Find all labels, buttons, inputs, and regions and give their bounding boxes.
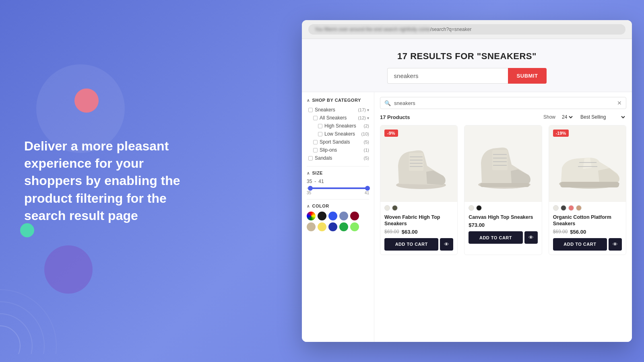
color-option-3-3[interactable] xyxy=(568,205,574,211)
size-label-min: 35 xyxy=(307,191,311,195)
checkbox-high-sneakers[interactable] xyxy=(318,124,322,128)
range-thumb-left[interactable] xyxy=(308,186,313,191)
category-section-header[interactable]: ∧ SHOP BY CATEGORY xyxy=(307,98,369,103)
filter-label-sport-sandals: Sport Sandals xyxy=(320,139,350,145)
size-max-value: 41 xyxy=(318,179,324,184)
color-option-1-1[interactable] xyxy=(384,205,390,211)
product-actions-3: ADD TO CART 👁 xyxy=(553,238,622,251)
color-section-header[interactable]: ∧ COLOR xyxy=(307,204,369,208)
product-shoe-svg-1 xyxy=(387,138,451,190)
product-actions-2: ADD TO CART 👁 xyxy=(469,231,537,244)
show-select[interactable]: 24 12 48 xyxy=(560,114,574,120)
svg-rect-5 xyxy=(409,153,423,171)
color-swatch-green[interactable] xyxy=(339,222,348,231)
clear-icon[interactable]: ✕ xyxy=(617,100,622,106)
color-swatch-dark-red[interactable] xyxy=(350,212,359,220)
product-image-2 xyxy=(464,125,541,202)
submit-button[interactable]: SUBMIT xyxy=(508,68,547,84)
price-old-1: $69.00 xyxy=(384,229,399,234)
filter-slip-ons[interactable]: Slip-ons (1) xyxy=(307,146,369,154)
divider-1 xyxy=(307,166,369,167)
checkbox-sneakers[interactable] xyxy=(308,108,313,112)
color-swatch-yellow[interactable] xyxy=(318,222,326,231)
chevron-icon: ∧ xyxy=(307,98,310,103)
product-shoe-svg-2 xyxy=(471,138,535,190)
filter-label-low-sneakers: Low Sneakers xyxy=(324,131,355,137)
filter-label-sneakers: Sneakers xyxy=(315,107,335,113)
checkbox-sandals[interactable] xyxy=(308,156,313,160)
color-swatch-multicolor[interactable] xyxy=(307,212,316,220)
filter-sneakers[interactable]: Sneakers (17) ▾ xyxy=(307,106,369,114)
checkbox-slip-ons[interactable] xyxy=(313,148,318,152)
size-range-display: 35 - 41 xyxy=(307,179,369,184)
sidebar: ∧ SHOP BY CATEGORY Sneakers (17) ▾ All S… xyxy=(302,92,374,342)
product-colors-2 xyxy=(464,202,541,212)
product-name-1: Woven Fabric High Top Sneakers xyxy=(384,214,453,227)
product-image-1: -9% xyxy=(380,125,457,202)
color-swatch-light-green[interactable] xyxy=(350,222,359,231)
search-header: 17 RESULTS FOR "SNEAKERS" SUBMIT xyxy=(302,39,632,92)
color-option-3-1[interactable] xyxy=(553,205,559,211)
filter-sandals[interactable]: Sandals (5) xyxy=(307,154,369,162)
size-range-fill xyxy=(310,187,369,189)
product-card-1: -9% xyxy=(380,125,458,255)
color-swatch-dark-blue[interactable] xyxy=(328,222,337,231)
filter-all-sneakers[interactable]: All Sneakers (12) ▾ xyxy=(307,114,369,122)
filter-sport-sandals[interactable]: Sport Sandals (5) xyxy=(307,138,369,146)
hero-text: Deliver a more pleasant experience for y… xyxy=(24,138,197,224)
quick-view-2[interactable]: 👁 xyxy=(524,231,538,244)
svg-rect-16 xyxy=(480,183,529,187)
quick-view-1[interactable]: 👁 xyxy=(440,238,453,251)
filter-count-slip-ons: (1) xyxy=(364,148,369,152)
product-image-3: -19% xyxy=(549,125,626,202)
product-info-1: Woven Fabric High Top Sneakers $69.00 $6… xyxy=(380,212,457,255)
filter-count-high-sneakers: (2) xyxy=(364,123,369,128)
color-option-3-2[interactable] xyxy=(561,205,566,211)
main-search-input[interactable] xyxy=(387,68,508,84)
filter-count-sneakers: (17) ▾ xyxy=(358,107,369,112)
checkbox-low-sneakers[interactable] xyxy=(318,132,322,136)
color-swatch-blue[interactable] xyxy=(328,212,337,220)
product-prices-1: $69.00 $63.00 xyxy=(384,229,453,235)
add-to-cart-2[interactable]: ADD TO CART xyxy=(469,231,522,244)
filter-label-high-sneakers: High Sneakers xyxy=(324,123,356,129)
product-info-3: Organic Cotton Platform Sneakers $69.00 … xyxy=(549,212,626,255)
decorative-circle-pink xyxy=(74,88,99,113)
color-swatch-black[interactable] xyxy=(318,212,326,220)
search-bar-row: SUBMIT xyxy=(310,68,624,84)
filter-count-sandals: (5) xyxy=(364,156,369,160)
color-option-2-1[interactable] xyxy=(469,205,474,211)
filter-count-all-sneakers: (12) ▾ xyxy=(358,115,369,120)
color-option-2-2[interactable] xyxy=(476,205,482,211)
quick-view-3[interactable]: 👁 xyxy=(609,238,622,251)
add-to-cart-3[interactable]: ADD TO CART xyxy=(553,238,607,251)
product-shoe-svg-3 xyxy=(551,138,623,190)
product-search-input[interactable] xyxy=(394,100,614,106)
sort-select[interactable]: Best Selling Price: Low to High Price: H… xyxy=(579,114,626,120)
color-option-1-2[interactable] xyxy=(392,205,398,211)
size-label-max: 41 xyxy=(365,191,369,195)
add-to-cart-1[interactable]: ADD TO CART xyxy=(384,238,438,251)
decorative-arc-rings xyxy=(0,274,72,354)
discount-badge-1: -9% xyxy=(384,130,398,137)
product-card-3: -19% xyxy=(549,125,626,255)
size-section-header[interactable]: ∧ SIZE xyxy=(307,171,369,175)
color-swatch-beige[interactable] xyxy=(307,222,316,231)
product-grid: -9% xyxy=(380,125,626,255)
svg-point-3 xyxy=(0,290,56,354)
divider-2 xyxy=(307,199,369,200)
size-min-value: 35 xyxy=(307,179,312,184)
products-area: 🔍 ✕ 17 Products Show 24 12 48 Best Selli… xyxy=(374,92,632,342)
checkbox-all-sneakers[interactable] xyxy=(313,116,318,120)
color-swatch-grey-blue[interactable] xyxy=(339,212,348,220)
range-thumb-right[interactable] xyxy=(365,186,370,191)
chevron-size-icon: ∧ xyxy=(307,171,310,175)
color-option-3-4[interactable] xyxy=(576,205,582,211)
checkbox-sport-sandals[interactable] xyxy=(313,140,318,144)
results-title: 17 RESULTS FOR "SNEAKERS" xyxy=(310,51,624,62)
svg-point-0 xyxy=(0,326,20,354)
decorative-circle-teal xyxy=(20,223,34,237)
filter-low-sneakers[interactable]: Low Sneakers (10) xyxy=(307,130,369,138)
filter-high-sneakers[interactable]: High Sneakers (2) xyxy=(307,122,369,130)
category-section-label: SHOP BY CATEGORY xyxy=(312,98,361,103)
